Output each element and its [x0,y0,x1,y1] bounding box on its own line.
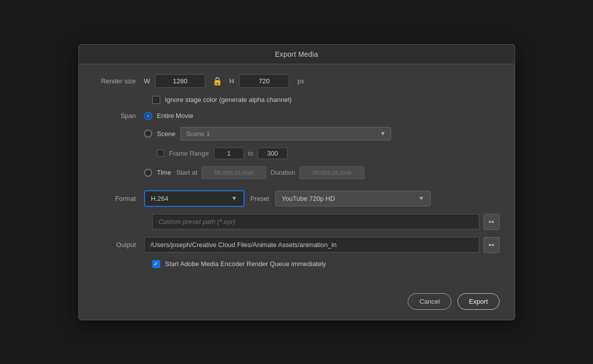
h-letter: H [229,77,234,85]
output-folder-icon: ▪▪ [489,240,494,250]
frame-from-input[interactable] [214,148,244,159]
lock-icon-container: 🔒 [210,76,224,86]
preset-dropdown-value: YouTube 720p HD [282,195,335,202]
render-size-row: Render size W 🔒 H px [94,74,500,88]
ignore-stage-label: Ignore stage color (generate alpha chann… [165,96,292,103]
scene-radio[interactable] [144,130,152,138]
export-button[interactable]: Export [457,293,500,310]
frame-range-checkbox[interactable] [157,150,164,157]
folder-icon: ▪▪ [489,217,494,226]
duration-input[interactable] [299,166,365,179]
scene-dropdown-arrow: ▼ [380,130,386,137]
format-dropdown-value: H.264 [151,195,169,202]
custom-preset-row: ▪▪ [152,214,500,230]
output-label: Output [94,241,144,249]
scene-dropdown[interactable]: Scene 1 ▼ [180,127,391,141]
to-label: to [248,150,254,157]
height-input[interactable] [239,74,289,88]
output-row: Output ▪▪ [94,237,500,253]
ame-checkbox[interactable] [152,260,160,268]
dialog-title: Export Media [275,50,318,58]
time-row: Time Start at Duration [144,166,500,179]
preset-label: Preset [251,195,270,202]
dialog-footer: Cancel Export [79,288,515,320]
duration-label: Duration [271,169,295,176]
export-media-dialog: Export Media Render size W 🔒 H px Ignore… [78,44,515,320]
frame-range-label: Frame Range [169,150,209,157]
output-input[interactable] [144,237,480,253]
time-label: Time [157,169,171,176]
px-label: px [297,77,304,85]
start-at-label: Start at [176,169,197,176]
dialog-title-bar: Export Media [79,45,515,64]
entire-movie-label: Entire Movie [157,112,193,119]
start-time-input[interactable] [201,166,267,179]
time-radio[interactable] [144,169,152,177]
ame-row: Start Adobe Media Encoder Render Queue i… [152,260,500,268]
entire-movie-row: Entire Movie [144,112,500,120]
custom-preset-input[interactable] [152,214,480,229]
span-label: Span [94,112,144,119]
frame-to-input[interactable] [258,148,288,159]
lock-icon: 🔒 [212,76,222,86]
format-dropdown[interactable]: H.264 ▼ [144,190,245,207]
format-row: Format H.264 ▼ Preset YouTube 720p HD ▼ [94,190,500,207]
custom-preset-folder-button[interactable]: ▪▪ [484,214,500,230]
preset-dropdown-arrow: ▼ [418,195,424,202]
output-folder-button[interactable]: ▪▪ [484,237,500,253]
render-size-fields: W 🔒 H px [144,74,304,88]
width-input[interactable] [155,74,205,88]
ignore-stage-checkbox[interactable] [152,96,160,104]
entire-movie-radio[interactable] [144,112,152,120]
scene-row: Scene Scene 1 ▼ [144,127,500,141]
frame-range-row: Frame Range to [157,148,500,159]
ignore-stage-row: Ignore stage color (generate alpha chann… [152,96,500,104]
render-size-label: Render size [94,77,144,85]
format-dropdown-arrow: ▼ [231,195,238,202]
ame-label: Start Adobe Media Encoder Render Queue i… [165,260,326,268]
dialog-body: Render size W 🔒 H px Ignore stage color … [79,64,515,288]
w-letter: W [144,77,150,85]
scene-dropdown-value: Scene 1 [186,130,210,138]
cancel-button[interactable]: Cancel [408,293,451,310]
preset-dropdown[interactable]: YouTube 720p HD ▼ [275,191,431,206]
format-label: Format [94,195,144,202]
scene-label: Scene [157,130,176,138]
